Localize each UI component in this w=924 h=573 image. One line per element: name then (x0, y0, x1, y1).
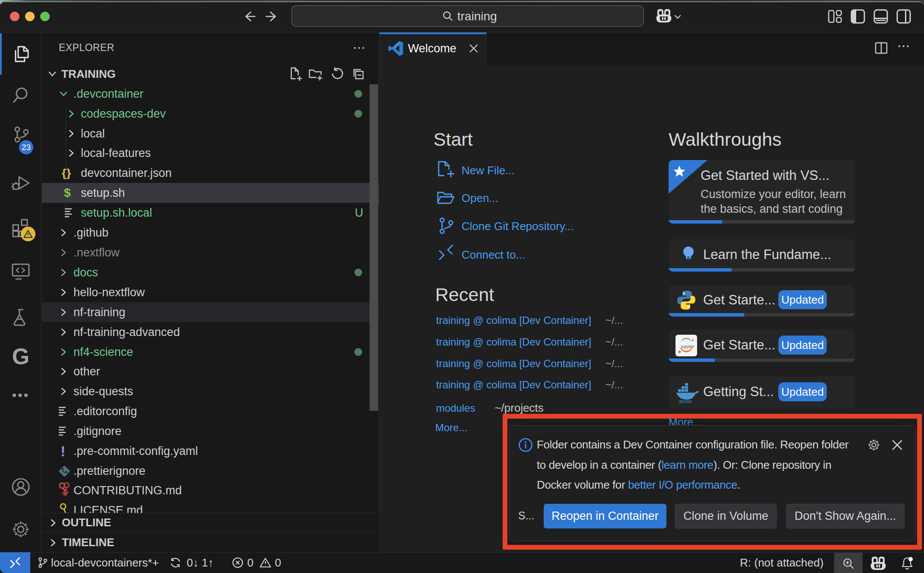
svg-text:jupyter: jupyter (681, 344, 695, 349)
svg-text:docker: docker (679, 399, 692, 404)
